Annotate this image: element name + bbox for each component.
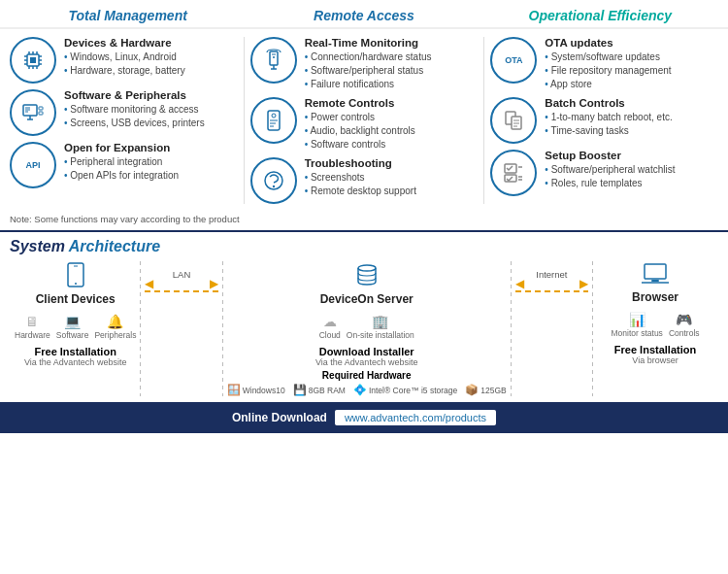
disclaimer-note: Note: Some functions may vary according … <box>0 212 728 232</box>
col-divider-1 <box>244 37 245 204</box>
lan-arrow-box: LAN ▶ ◀ <box>145 261 217 301</box>
chip-icon <box>10 37 56 84</box>
client-sub-icons: 🖥 Hardware 💻 Software 🔔 Peripherals <box>15 314 136 340</box>
bullet-item: Failure notifications <box>305 78 432 91</box>
server-title: DeviceOn Server <box>320 292 414 306</box>
internet-arrow-container: ▶ ◀ <box>515 282 588 301</box>
bullet-item: Peripheral integration <box>64 155 179 169</box>
storage-label: 125GB <box>480 386 506 395</box>
software-sub-item: 💻 Software <box>56 314 89 340</box>
header-col-3: Operational Efficiency <box>482 8 718 23</box>
note-text: Note: Some functions may vary according … <box>10 214 240 224</box>
setup-booster-text: Setup Booster Software/peripheral watchl… <box>545 150 675 190</box>
troubleshooting-icon <box>250 157 297 204</box>
arrow-right-icon: ▶ <box>210 277 218 290</box>
arrow-left-icon2: ◀ <box>515 277 524 290</box>
database-icon <box>354 261 380 290</box>
bullet-item: Software/peripheral watchlist <box>545 163 675 177</box>
arch-divider-1 <box>140 261 141 396</box>
setup-booster-icon <box>490 150 537 196</box>
monitor-status-label: Monitor status <box>611 328 662 338</box>
bullet-item: Screenshots <box>305 171 416 185</box>
bullet-item: Roles, rule templates <box>545 177 675 190</box>
header-title-3: Operational Efficiency <box>482 8 718 23</box>
software-icon: 💻 <box>64 314 81 329</box>
onsite-sub-item: 🏢 On-site installation <box>347 314 414 340</box>
svg-point-28 <box>272 114 276 118</box>
cloud-icon: ☁ <box>323 314 337 329</box>
ram-req: 💾 8GB RAM <box>293 384 346 396</box>
bullet-item: Screens, USB devices, printers <box>64 117 205 130</box>
svg-rect-18 <box>39 112 43 115</box>
cloud-label: Cloud <box>319 330 341 340</box>
bullet-item: Software controls <box>305 138 415 152</box>
storage-req: 📦 125GB <box>465 384 506 396</box>
req-hw-row: 🪟 Windows10 💾 8GB RAM 💠 Intel® Core™ i5 … <box>227 384 507 396</box>
feature-batch-controls: Batch Controls 1-to-many batch reboot, e… <box>490 97 718 144</box>
peripherals-icon: 🔔 <box>107 314 123 329</box>
lan-arrow-container: ▶ ◀ <box>145 282 217 301</box>
features-col-2: Real-Time Monitoring Connection/hardware… <box>250 37 479 204</box>
lan-arrow-body <box>145 290 217 292</box>
features-section: Devices & Hardware Windows, Linux, Andro… <box>0 29 728 212</box>
arrow-right-icon2: ▶ <box>579 277 588 290</box>
signal-icon <box>250 37 297 84</box>
lan-label: LAN <box>173 269 190 280</box>
browser-node: Browser 📊 Monitor status 🎮 Controls Free… <box>597 261 713 365</box>
windows-label: Windows10 <box>243 386 285 395</box>
ota-updates-title: OTA updates <box>545 37 671 49</box>
client-install-text: Free Installation <box>35 346 116 357</box>
open-expansion-text: Open for Expansion Peripheral integratio… <box>64 142 179 183</box>
software-peripherals-text: Software & Peripherals Software monitori… <box>64 89 205 130</box>
windows10-req: 🪟 Windows10 <box>227 384 285 396</box>
batch-controls-icon <box>490 97 537 144</box>
bullet-item: Time-saving tasks <box>545 124 672 138</box>
remote-controls-icon <box>250 97 297 144</box>
svg-point-26 <box>273 56 275 58</box>
browser-install-text: Free Installation <box>614 344 696 355</box>
internet-arrow-body <box>515 290 588 292</box>
remote-controls-title: Remote Controls <box>305 97 415 109</box>
svg-rect-17 <box>39 107 43 110</box>
cpu-label: Intel® Core™ i5 storage <box>369 386 457 395</box>
bullet-item: Open APIs for integration <box>64 169 179 183</box>
software-peripherals-title: Software & Peripherals <box>64 89 205 101</box>
api-icon: API <box>10 142 56 188</box>
batch-controls-title: Batch Controls <box>545 97 672 109</box>
arrow-left-icon: ◀ <box>145 277 153 290</box>
controls-sub-item: 🎮 Controls <box>669 312 700 338</box>
bullet-item: App store <box>545 78 671 91</box>
arch-title: System Architecture <box>10 238 718 255</box>
browser-title: Browser <box>632 290 678 304</box>
onsite-label: On-site installation <box>347 330 414 340</box>
server-sub-icons: ☁ Cloud 🏢 On-site installation <box>319 314 414 340</box>
browser-icon <box>641 261 670 288</box>
bullet-item: Connection/hardware status <box>305 51 432 64</box>
realtime-monitoring-text: Real-Time Monitoring Connection/hardware… <box>305 37 432 91</box>
server-install-sub: Via the Advantech website <box>315 357 417 367</box>
feature-remote-controls: Remote Controls Power controls Audio, ba… <box>250 97 479 152</box>
header-col-2: Remote Access <box>246 8 481 23</box>
controls-label: Controls <box>669 328 700 338</box>
feature-realtime-monitoring: Real-Time Monitoring Connection/hardware… <box>250 37 479 91</box>
client-install-sub: Via the Advantech website <box>24 357 126 367</box>
devices-hardware-title: Devices & Hardware <box>64 37 185 49</box>
open-expansion-title: Open for Expansion <box>64 142 179 153</box>
hardware-label: Hardware <box>15 330 50 340</box>
internet-arrow-box: Internet ▶ ◀ <box>515 261 588 301</box>
cloud-sub-item: ☁ Cloud <box>319 314 341 340</box>
storage-icon: 📦 <box>465 384 479 396</box>
features-col-3: OTA OTA updates System/software updates … <box>490 37 718 204</box>
ota-updates-text: OTA updates System/software updates File… <box>545 37 671 91</box>
bullet-item: Hardware, storage, battery <box>64 64 185 78</box>
ram-icon: 💾 <box>293 384 307 396</box>
client-devices-title: Client Devices <box>36 292 116 306</box>
header-col-1: Total Management <box>10 8 246 23</box>
req-hw-label: Required Hardware <box>322 370 412 381</box>
peripherals-label: Peripherals <box>94 330 136 340</box>
browser-sub-icons: 📊 Monitor status 🎮 Controls <box>611 312 699 338</box>
batch-controls-text: Batch Controls 1-to-many batch reboot, e… <box>545 97 672 138</box>
feature-software-peripherals: Software & Peripherals Software monitori… <box>10 89 238 136</box>
server-node: DeviceOn Server ☁ Cloud 🏢 On-site instal… <box>227 261 507 396</box>
svg-rect-1 <box>30 57 36 63</box>
